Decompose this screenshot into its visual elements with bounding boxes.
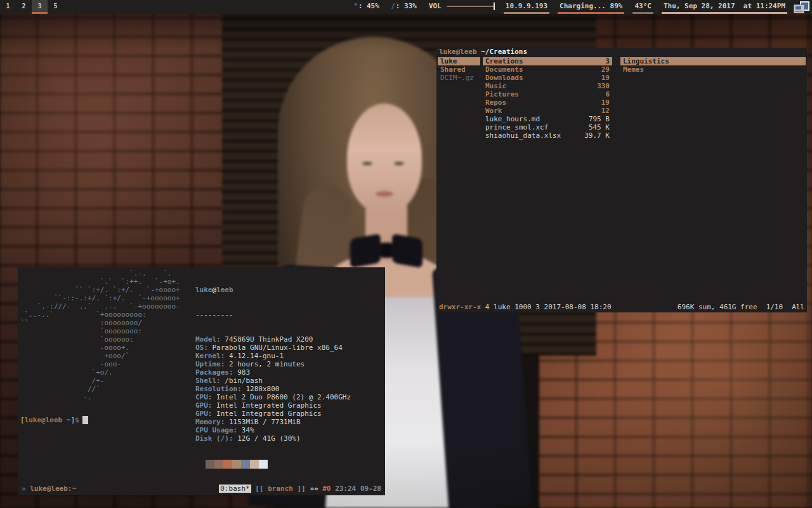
fm-row-dcim-gz[interactable]: DCIM~.gz: [438, 74, 480, 82]
fm-row-linguistics[interactable]: Linguistics: [620, 57, 806, 65]
neofetch-info-line: GPU: Intel Integrated Graphics: [195, 401, 351, 410]
bow-tie: [350, 234, 422, 269]
file-details: drwxr-xr-x 4 luke 1000 3 2017-08-08 18:2…: [439, 303, 612, 312]
fm-row-shared[interactable]: Shared: [438, 65, 480, 74]
clock[interactable]: Thu, Sep 28, 2017 at 11:24PM: [662, 0, 787, 14]
ip-address[interactable]: 10.9.9.193: [504, 0, 549, 14]
file-manager-window[interactable]: luke@leeb ~/Creations lukeSharedDCIM~.gz…: [436, 48, 807, 312]
neofetch-info-line: GPU: Intel Integrated Graphics: [195, 410, 351, 418]
fm-row-repos[interactable]: Repos19: [483, 98, 612, 107]
neofetch-info-line: CPU Usage: 34%: [195, 426, 351, 434]
volume-slider-handle[interactable]: [494, 3, 495, 10]
palette-swatch: [250, 460, 259, 469]
workspace-tags: 1235: [0, 0, 63, 14]
tmux-window-tab[interactable]: 0:bash*: [219, 485, 251, 493]
terminal-window[interactable]: `.-. `. `.` `:++. `-+o+. `` `:+/. `:+/. …: [18, 267, 385, 495]
text-cursor: [82, 416, 88, 424]
neofetch-info-list: Model: 745869U ThinkPad X200OS: Parabola…: [195, 335, 351, 443]
fm-row-luke-hours-md[interactable]: luke_hours.md795 B: [483, 115, 612, 123]
fm-row-downloads[interactable]: Downloads19: [483, 74, 612, 82]
prompt-path: ~: [62, 416, 70, 424]
palette-swatch: [214, 460, 223, 469]
palette-swatch: [232, 460, 241, 469]
workspace-tag-3[interactable]: 3: [32, 0, 48, 14]
neofetch-info-line: Disk (/): 12G / 41G (30%): [195, 434, 351, 443]
fm-row-creations[interactable]: Creations3: [483, 57, 612, 65]
fm-row-luke[interactable]: luke: [438, 57, 480, 65]
neofetch-info-line: Kernel: 4.12.14-gnu-1: [195, 352, 351, 360]
lips: [376, 191, 393, 197]
tmux-date: 09-28: [360, 485, 381, 493]
computer-tray-icon[interactable]: [794, 1, 809, 13]
eye: [394, 162, 404, 165]
palette-swatch: [259, 460, 268, 469]
fm-row-work[interactable]: Work12: [483, 107, 612, 115]
chevrons-icon: »»: [310, 485, 318, 493]
status-segments: ᴹ: 45% /: 33% VOL 10.9.9.193 Charging...…: [344, 0, 809, 14]
desktop: 1235 ᴹ: 45% /: 33% VOL 10.9.9.193 Chargi…: [0, 0, 812, 508]
fm-row-music[interactable]: Music330: [483, 82, 612, 90]
parabola-ascii-logo: `.-. `. `.` `:++. `-+o+. `` `:+/. `:+/. …: [20, 269, 180, 401]
palette-swatch: [223, 460, 232, 469]
status-bar: 1235 ᴹ: 45% /: 33% VOL 10.9.9.193 Chargi…: [0, 0, 812, 14]
file-manager-status-bar: drwxr-xr-x 4 luke 1000 3 2017-08-08 18:2…: [436, 303, 807, 312]
woman-face: [347, 104, 422, 213]
ip-value: 10.9.9.193: [506, 2, 547, 10]
temperature-value: 43°C: [634, 2, 652, 10]
battery-status[interactable]: Charging... 89%: [558, 0, 624, 14]
neofetch-info-line: Memory: 1153MiB / 7731MiB: [195, 418, 351, 426]
neofetch-separator: ---------: [195, 311, 351, 319]
neofetch-info-line: Resolution: 812x508: [195, 385, 351, 393]
battery-value: Charging... 89%: [560, 2, 622, 10]
current-directory-column: Creations3Documents29Downloads19Music330…: [483, 57, 612, 303]
terminal-color-palette: [206, 460, 351, 469]
workspace-tag-1[interactable]: 1: [0, 0, 16, 14]
neofetch-info-line: OS: Parabola GNU/Linux-libre x86_64: [195, 344, 351, 352]
status-indicator-2[interactable]: /: 33%: [390, 0, 419, 14]
slash-icon: /: [391, 3, 395, 10]
neofetch-info-line: Uptime: 2 hours, 2 minutes: [195, 360, 351, 368]
fm-row-documents[interactable]: Documents29: [483, 65, 612, 74]
parent-directory-column: lukeSharedDCIM~.gz: [438, 57, 480, 303]
git-branch-label: branch: [264, 485, 298, 493]
tmux-session: » luke@leeb:~: [22, 485, 76, 493]
neofetch-title: luke@leeb: [195, 286, 351, 294]
shell-prompt[interactable]: [luke@leeb ~]$: [20, 416, 88, 424]
monitor-screen: [796, 6, 801, 10]
fm-row-shiaohui-data-xlsx[interactable]: shiaohui_data.xlsx39.7 K: [483, 131, 612, 140]
fm-row-memes[interactable]: Memes: [620, 65, 806, 74]
volume-slider[interactable]: [447, 6, 494, 7]
preview-column: LinguisticsMemes: [620, 57, 806, 303]
workspace-tag-5[interactable]: 5: [48, 0, 63, 14]
tmux-time: 23:24: [335, 485, 356, 493]
fm-row-pictures[interactable]: Pictures6: [483, 90, 612, 98]
neofetch-output: luke@leeb --------- Model: 745869U Think…: [195, 269, 351, 485]
volume-label: VOL: [429, 2, 442, 10]
meter-icon: ᴹ: [354, 3, 358, 10]
tmux-status-bar: » luke@leeb:~ 0:bash* [[ branch ]] »» #0…: [18, 483, 385, 494]
temperature[interactable]: 43°C: [632, 0, 653, 14]
neofetch-info-line: Shell: /bin/bash: [195, 377, 351, 385]
indicator-1-value: : 45%: [358, 2, 379, 10]
directory-summary: 696K sum, 461G free1/10All: [669, 303, 804, 312]
clock-value: Thu, Sep 28, 2017 at 11:24PM: [664, 2, 785, 10]
neofetch-info-line: Model: 745869U ThinkPad X200: [195, 335, 351, 344]
neofetch-info-line: Packages: 983: [195, 368, 351, 377]
volume-control[interactable]: VOL: [427, 0, 495, 14]
eye: [362, 162, 372, 165]
palette-swatch: [241, 460, 250, 469]
status-indicator-1[interactable]: ᴹ: 45%: [352, 0, 381, 14]
file-manager-columns: lukeSharedDCIM~.gz Creations3Documents29…: [436, 57, 807, 303]
fm-row-prince-smol-xcf[interactable]: prince_smol.xcf545 K: [483, 123, 612, 131]
workspace-tag-2[interactable]: 2: [16, 0, 32, 14]
prompt-user: luke@leeb: [25, 416, 63, 424]
monitor-front: [794, 4, 804, 13]
palette-swatch: [206, 460, 214, 469]
indicator-2-value: : 33%: [396, 2, 417, 10]
file-manager-path: luke@leeb ~/Creations: [436, 48, 807, 57]
neofetch-info-line: CPU: Intel 2 Duo P8600 (2) @ 2.400GHz: [195, 393, 351, 401]
